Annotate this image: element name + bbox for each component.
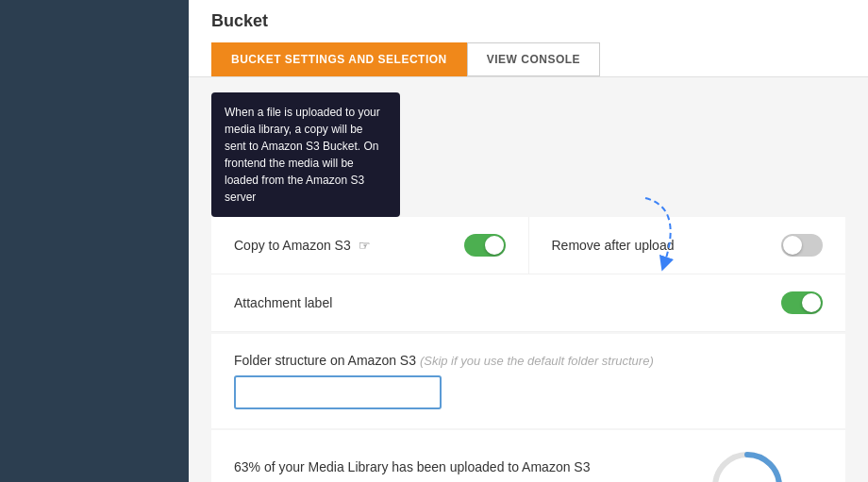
folder-input[interactable] bbox=[234, 375, 442, 409]
remove-after-upload-toggle[interactable] bbox=[781, 234, 823, 257]
remove-after-upload-label: Remove after upload bbox=[552, 238, 675, 253]
sync-section: 63% of your Media Library has been uploa… bbox=[211, 430, 845, 482]
tab-bar: Bucket Settings And Selection View Conso… bbox=[211, 42, 845, 76]
progress-svg bbox=[709, 449, 785, 482]
attachment-label-label: Attachment label bbox=[234, 295, 332, 310]
main-content: Bucket Bucket Settings And Selection Vie… bbox=[189, 0, 868, 482]
toggle-col-copy: Copy to Amazon S3 ☞ bbox=[211, 217, 529, 274]
tab-settings[interactable]: Bucket Settings And Selection bbox=[211, 42, 467, 76]
copy-to-s3-toggle[interactable] bbox=[464, 234, 506, 257]
page-title: Bucket bbox=[211, 11, 845, 31]
sync-left: 63% of your Media Library has been uploa… bbox=[234, 459, 590, 482]
page-header: Bucket Bucket Settings And Selection Vie… bbox=[189, 0, 868, 77]
tab-console[interactable]: View Console bbox=[467, 42, 600, 76]
toggle-col-remove: Remove after upload bbox=[529, 217, 846, 274]
folder-label: Folder structure on Amazon S3 (Skip if y… bbox=[234, 353, 823, 368]
progress-circle: 63% bbox=[709, 449, 785, 482]
tooltip-box: When a file is uploaded to your media li… bbox=[211, 92, 400, 217]
toggle-two-col-row: Copy to Amazon S3 ☞ Remove after upload bbox=[211, 217, 845, 274]
sync-text: 63% of your Media Library has been uploa… bbox=[234, 459, 590, 474]
sidebar bbox=[0, 0, 189, 482]
copy-to-s3-thumb bbox=[485, 236, 504, 255]
remove-after-upload-thumb bbox=[783, 236, 802, 255]
copy-to-s3-label: Copy to Amazon S3 ☞ bbox=[234, 238, 371, 253]
attachment-label-thumb bbox=[802, 293, 821, 312]
folder-section: Folder structure on Amazon S3 (Skip if y… bbox=[211, 334, 845, 428]
attachment-label-track bbox=[781, 291, 823, 314]
attachment-label-row: Attachment label bbox=[211, 274, 845, 332]
folder-hint: (Skip if you use the default folder stru… bbox=[420, 354, 654, 368]
remove-after-upload-track bbox=[781, 234, 823, 257]
progress-label: 63% bbox=[733, 479, 761, 483]
attachment-label-toggle[interactable] bbox=[781, 291, 823, 314]
copy-to-s3-track bbox=[464, 234, 506, 257]
cursor-icon: ☞ bbox=[359, 238, 371, 253]
content-area: When a file is uploaded to your media li… bbox=[189, 92, 868, 482]
